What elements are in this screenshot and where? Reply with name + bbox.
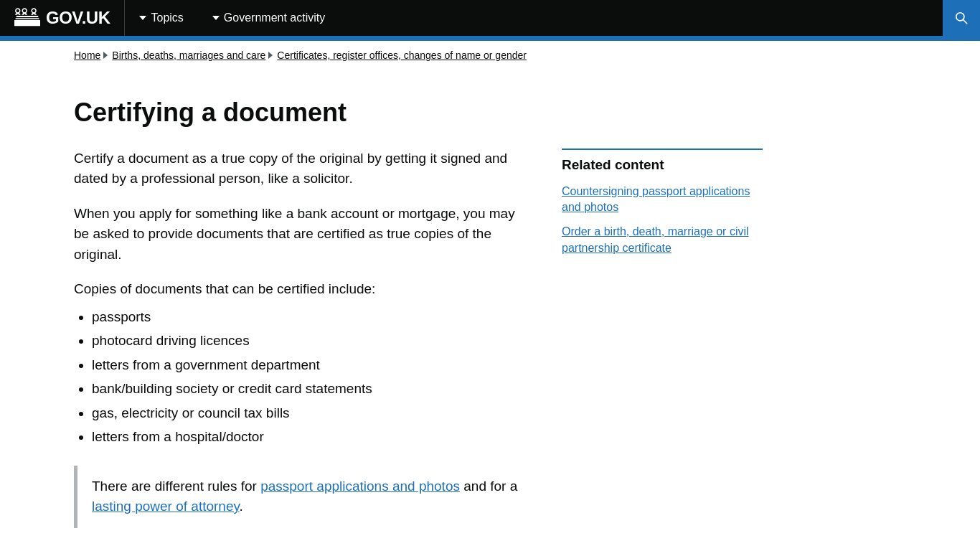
topics-nav-button[interactable]: Topics xyxy=(125,0,197,36)
list-item: letters from a government department xyxy=(92,355,533,376)
list-item: photocard driving licences xyxy=(92,331,533,352)
main-content-column: Certify a document as a true copy of the… xyxy=(74,149,533,528)
callout-link-power-of-attorney[interactable]: lasting power of attorney xyxy=(92,499,240,514)
breadcrumb-link-certificates[interactable]: Certificates, register offices, changes … xyxy=(277,50,527,61)
callout-text-after: . xyxy=(240,499,243,514)
gov-uk-text: GOV.UK xyxy=(46,8,110,28)
list-item: passports xyxy=(92,307,533,328)
sidebar-link-countersigning[interactable]: Countersigning passport applications and… xyxy=(562,185,750,213)
list-item: letters from a hospital/doctor xyxy=(92,427,533,448)
gov-uk-logo[interactable]: GOV.UK xyxy=(0,0,124,36)
topics-chevron-icon xyxy=(139,16,146,20)
breadcrumb-chevron-icon-2 xyxy=(268,52,273,59)
content-layout: Certify a document as a true copy of the… xyxy=(74,149,906,528)
sidebar-title: Related content xyxy=(562,149,763,173)
callout-box: There are different rules for passport a… xyxy=(74,466,533,528)
list-item: gas, electricity or council tax bills xyxy=(92,403,533,424)
callout-text-middle: and for a xyxy=(460,479,517,494)
svg-line-1 xyxy=(963,19,967,24)
breadcrumb: Home Births, deaths, marriages and care … xyxy=(60,41,920,70)
breadcrumb-list: Home Births, deaths, marriages and care … xyxy=(74,50,906,61)
body-paragraph: When you apply for something like a bank… xyxy=(74,204,533,265)
site-header: GOV.UK Topics Government activity xyxy=(0,0,980,41)
breadcrumb-chevron-icon-1 xyxy=(103,52,108,59)
breadcrumb-link-home[interactable]: Home xyxy=(74,50,100,61)
breadcrumb-link-births[interactable]: Births, deaths, marriages and care xyxy=(112,50,265,61)
document-list: passports photocard driving licences let… xyxy=(92,307,533,448)
sidebar-link-item-1: Countersigning passport applications and… xyxy=(562,184,763,216)
breadcrumb-item-births: Births, deaths, marriages and care xyxy=(103,50,265,61)
gov-activity-label: Government activity xyxy=(224,11,325,24)
list-item: bank/building society or credit card sta… xyxy=(92,379,533,400)
topics-label: Topics xyxy=(151,11,183,24)
breadcrumb-item-home: Home xyxy=(74,50,100,61)
sidebar-link-item-2: Order a birth, death, marriage or civil … xyxy=(562,224,763,256)
main-content: Certifying a document Certify a document… xyxy=(60,70,920,551)
breadcrumb-item-certificates: Certificates, register offices, changes … xyxy=(268,50,527,61)
callout-text-before: There are different rules for xyxy=(92,479,260,494)
intro-paragraph: Certify a document as a true copy of the… xyxy=(74,149,533,189)
gov-activity-chevron-icon xyxy=(212,16,220,20)
sidebar-link-order-certificate[interactable]: Order a birth, death, marriage or civil … xyxy=(562,225,749,253)
list-intro: Copies of documents that can be certifie… xyxy=(74,279,533,300)
sidebar: Related content Countersigning passport … xyxy=(562,149,763,528)
header-nav-items: Topics Government activity xyxy=(125,0,943,36)
search-button[interactable] xyxy=(943,0,980,36)
blue-bar xyxy=(0,36,980,41)
government-activity-nav-button[interactable]: Government activity xyxy=(198,0,339,36)
header-nav: GOV.UK Topics Government activity xyxy=(0,0,980,36)
crown-icon xyxy=(14,6,40,30)
page-title: Certifying a document xyxy=(74,98,906,127)
callout-text: There are different rules for passport a… xyxy=(92,476,519,517)
search-icon xyxy=(954,11,969,25)
callout-link-passport[interactable]: passport applications and photos xyxy=(260,479,460,494)
